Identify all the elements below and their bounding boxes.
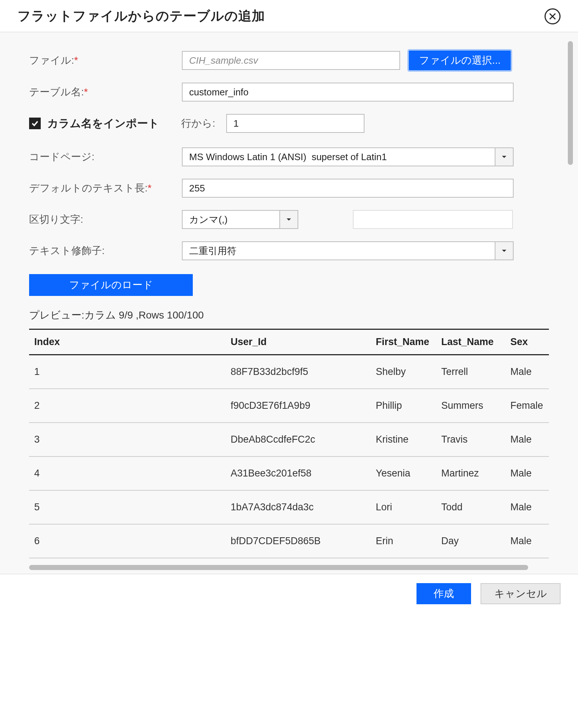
- table-row[interactable]: 5 1bA7A3dc874da3c Lori Todd Male: [29, 490, 549, 524]
- delimiter-row: 区切り文字:: [29, 210, 549, 229]
- cell-user-id: f90cD3E76f1A9b9: [226, 389, 371, 423]
- code-page-label: コードページ:: [29, 150, 182, 164]
- import-columns-row: カラム名をインポート 行から:: [29, 114, 549, 133]
- file-row: ファイル:* ファイルの選択...: [29, 51, 549, 70]
- create-button[interactable]: 作成: [416, 583, 471, 604]
- table-row[interactable]: 1 88F7B33d2bcf9f5 Shelby Terrell Male: [29, 355, 549, 389]
- cell-index: 6: [29, 524, 226, 558]
- cell-last-name: Day: [436, 524, 505, 558]
- add-table-dialog: フラットファイルからのテーブルの追加 ファイル:* ファイルの選択... テーブ…: [0, 0, 578, 613]
- col-header-user-id[interactable]: User_Id: [226, 329, 371, 355]
- required-star: *: [84, 86, 88, 98]
- import-column-names-checkbox[interactable]: [29, 118, 41, 129]
- cell-sex: Male: [505, 355, 549, 389]
- cell-user-id: DbeAb8CcdfeFC2c: [226, 423, 371, 456]
- table-row[interactable]: 6 bfDD7CDEF5D865B Erin Day Male: [29, 524, 549, 558]
- file-label-text: ファイル:: [29, 55, 74, 66]
- file-input[interactable]: [182, 51, 400, 70]
- code-page-select[interactable]: [182, 147, 514, 166]
- cell-first-name: Yesenia: [371, 456, 436, 490]
- preview-table-wrap: Index User_Id First_Name Last_Name Sex 1…: [29, 329, 549, 558]
- col-header-first-name[interactable]: First_Name: [371, 329, 436, 355]
- code-page-value[interactable]: [182, 147, 495, 166]
- table-row[interactable]: 3 DbeAb8CcdfeFC2c Kristine Travis Male: [29, 423, 549, 456]
- chevron-down-icon[interactable]: [279, 210, 298, 229]
- vertical-scrollbar[interactable]: [568, 41, 573, 165]
- required-star: *: [148, 182, 152, 194]
- cell-user-id: 1bA7A3dc874da3c: [226, 490, 371, 524]
- cell-sex: Male: [505, 423, 549, 456]
- text-qualifier-label: テキスト修飾子:: [29, 244, 182, 258]
- delimiter-value[interactable]: [182, 210, 279, 229]
- cell-first-name: Shelby: [371, 355, 436, 389]
- cell-first-name: Erin: [371, 524, 436, 558]
- cell-last-name: Terrell: [436, 355, 505, 389]
- from-row-input[interactable]: [226, 114, 364, 133]
- col-header-sex[interactable]: Sex: [505, 329, 549, 355]
- cell-first-name: Phillip: [371, 389, 436, 423]
- required-star: *: [74, 55, 78, 66]
- delimiter-label: 区切り文字:: [29, 213, 182, 226]
- table-name-input[interactable]: [182, 83, 514, 102]
- col-header-last-name[interactable]: Last_Name: [436, 329, 505, 355]
- load-file-button[interactable]: ファイルのロード: [29, 274, 193, 296]
- cell-sex: Female: [505, 389, 549, 423]
- table-header-row: Index User_Id First_Name Last_Name Sex: [29, 329, 549, 355]
- preview-label: プレビュー:カラム 9/9 ,Rows 100/100: [29, 308, 549, 322]
- default-text-length-row: デフォルトのテキスト長:*: [29, 179, 549, 198]
- dialog-header: フラットファイルからのテーブルの追加: [0, 0, 578, 32]
- cell-sex: Male: [505, 490, 549, 524]
- cell-last-name: Todd: [436, 490, 505, 524]
- cell-last-name: Summers: [436, 389, 505, 423]
- text-qualifier-row: テキスト修飾子:: [29, 241, 549, 260]
- from-row-label: 行から:: [181, 116, 215, 130]
- cancel-button[interactable]: キャンセル: [481, 583, 561, 604]
- text-qualifier-select[interactable]: [182, 241, 514, 260]
- table-name-label: テーブル名:*: [29, 85, 182, 99]
- default-text-length-label-text: デフォルトのテキスト長:: [29, 182, 148, 194]
- text-qualifier-value[interactable]: [182, 241, 495, 260]
- table-name-label-text: テーブル名:: [29, 86, 84, 98]
- choose-file-button[interactable]: ファイルの選択...: [409, 51, 511, 70]
- preview-table: Index User_Id First_Name Last_Name Sex 1…: [29, 329, 549, 558]
- import-column-names-label: カラム名をインポート: [47, 116, 159, 131]
- dialog-body-outer: ファイル:* ファイルの選択... テーブル名:* カラム名をインポート 行から…: [0, 32, 578, 574]
- code-page-row: コードページ:: [29, 147, 549, 166]
- cell-index: 1: [29, 355, 226, 389]
- table-name-row: テーブル名:*: [29, 83, 549, 102]
- delimiter-select[interactable]: [182, 210, 298, 229]
- cell-index: 3: [29, 423, 226, 456]
- cell-user-id: bfDD7CDEF5D865B: [226, 524, 371, 558]
- cell-last-name: Travis: [436, 423, 505, 456]
- chevron-down-icon[interactable]: [495, 147, 514, 166]
- file-label: ファイル:*: [29, 54, 182, 67]
- chevron-down-icon[interactable]: [495, 241, 514, 260]
- close-icon[interactable]: [545, 8, 561, 24]
- default-text-length-label: デフォルトのテキスト長:*: [29, 181, 182, 195]
- cell-sex: Male: [505, 456, 549, 490]
- dialog-footer: 作成 キャンセル: [0, 574, 578, 613]
- cell-first-name: Lori: [371, 490, 436, 524]
- cell-index: 5: [29, 490, 226, 524]
- horizontal-scrollbar[interactable]: [29, 565, 528, 570]
- preview-tbody: 1 88F7B33d2bcf9f5 Shelby Terrell Male 2 …: [29, 355, 549, 558]
- default-text-length-input[interactable]: [182, 179, 514, 198]
- cell-index: 2: [29, 389, 226, 423]
- cell-user-id: A31Bee3c201ef58: [226, 456, 371, 490]
- dialog-body: ファイル:* ファイルの選択... テーブル名:* カラム名をインポート 行から…: [0, 32, 578, 574]
- cell-user-id: 88F7B33d2bcf9f5: [226, 355, 371, 389]
- delimiter-custom-input[interactable]: [353, 210, 513, 229]
- table-row[interactable]: 4 A31Bee3c201ef58 Yesenia Martinez Male: [29, 456, 549, 490]
- cell-index: 4: [29, 456, 226, 490]
- cell-last-name: Martinez: [436, 456, 505, 490]
- col-header-index[interactable]: Index: [29, 329, 226, 355]
- check-icon: [31, 119, 39, 127]
- table-row[interactable]: 2 f90cD3E76f1A9b9 Phillip Summers Female: [29, 389, 549, 423]
- cell-sex: Male: [505, 524, 549, 558]
- cell-first-name: Kristine: [371, 423, 436, 456]
- dialog-title: フラットファイルからのテーブルの追加: [17, 7, 265, 25]
